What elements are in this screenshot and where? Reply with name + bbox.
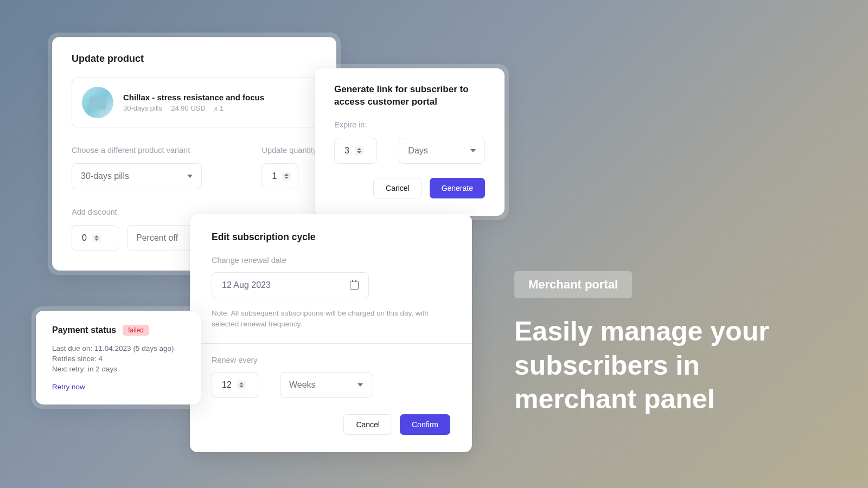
renewal-date-value: 12 Aug 2023	[222, 280, 271, 290]
retry-now-link[interactable]: Retry now	[52, 383, 85, 391]
discount-value-stepper[interactable]: 0	[72, 225, 118, 251]
stepper-icon	[355, 146, 363, 155]
renew-value: 12	[222, 380, 232, 390]
payment-status-card: Payment status failed Last due on: 11.04…	[36, 311, 201, 404]
product-variant-meta: 30-days pills	[123, 104, 162, 112]
expire-unit-select[interactable]: Days	[399, 138, 485, 164]
renew-unit: Weeks	[289, 380, 316, 390]
divider	[190, 343, 472, 344]
marketing-headline: Easily manage your subscribers in mercha…	[514, 314, 818, 416]
stepper-icon	[92, 234, 101, 242]
calendar-icon	[350, 281, 359, 290]
chevron-down-icon	[470, 149, 476, 152]
discount-type: Percent off	[136, 233, 178, 243]
stepper-icon	[282, 172, 291, 181]
product-image	[82, 87, 113, 118]
expire-value: 3	[344, 146, 349, 156]
quantity-label: Update quantity	[261, 146, 317, 155]
product-name: Chillax - stress resistance and focus	[123, 93, 264, 102]
renew-value-stepper[interactable]: 12	[212, 372, 258, 398]
generate-link-frame: Generate link for subscriber to access c…	[310, 64, 509, 220]
expire-value-stepper[interactable]: 3	[334, 138, 377, 164]
expire-unit: Days	[408, 146, 427, 156]
edit-subscription-card: Edit subscription cycle Change renewal d…	[190, 214, 472, 452]
quantity-stepper[interactable]: 1	[261, 163, 298, 189]
marketing-block: Merchant portal Easily manage your subsc…	[514, 271, 818, 416]
product-price-meta: 24.90 USD	[171, 104, 206, 112]
payment-status-title: Payment status	[52, 325, 116, 335]
last-due-line: Last due on: 11.04.2023 (5 days ago)	[52, 344, 184, 352]
expire-label: Expire in:	[334, 120, 485, 129]
renewal-note: Note: All subsequent subscriptions will …	[212, 308, 450, 330]
generate-link-card: Generate link for subscriber to access c…	[315, 68, 505, 216]
quantity-value: 1	[272, 171, 277, 181]
product-meta: 30-days pills 24.90 USD x 1	[123, 104, 264, 112]
variant-label: Choose a different product variant	[72, 146, 229, 155]
discount-value: 0	[82, 233, 87, 243]
change-date-label: Change renewal date	[212, 256, 450, 265]
edit-subscription-title: Edit subscription cycle	[212, 232, 450, 243]
update-product-title: Update product	[72, 53, 317, 65]
renew-every-label: Renew every	[212, 356, 450, 364]
variant-select[interactable]: 30-days pills	[72, 163, 202, 189]
retries-since-line: Retries since: 4	[52, 355, 184, 363]
product-qty-meta: x 1	[214, 104, 224, 112]
generate-button[interactable]: Generate	[430, 178, 485, 198]
cancel-button[interactable]: Cancel	[373, 178, 422, 198]
renewal-date-input[interactable]: 12 Aug 2023	[212, 272, 369, 298]
generate-link-title: Generate link for subscriber to access c…	[334, 84, 485, 108]
product-row: Chillax - stress resistance and focus 30…	[72, 78, 317, 127]
marketing-pill: Merchant portal	[514, 271, 632, 298]
chevron-down-icon	[187, 175, 193, 178]
variant-value: 30-days pills	[81, 171, 129, 181]
next-retry-line: Next retry: in 2 days	[52, 365, 184, 373]
stepper-icon	[237, 381, 246, 389]
payment-status-frame: Payment status failed Last due on: 11.04…	[31, 306, 205, 409]
confirm-button[interactable]: Confirm	[400, 414, 450, 435]
status-badge: failed	[123, 325, 149, 336]
renew-unit-select[interactable]: Weeks	[280, 372, 372, 398]
cancel-button[interactable]: Cancel	[343, 414, 392, 435]
chevron-down-icon	[358, 383, 363, 387]
